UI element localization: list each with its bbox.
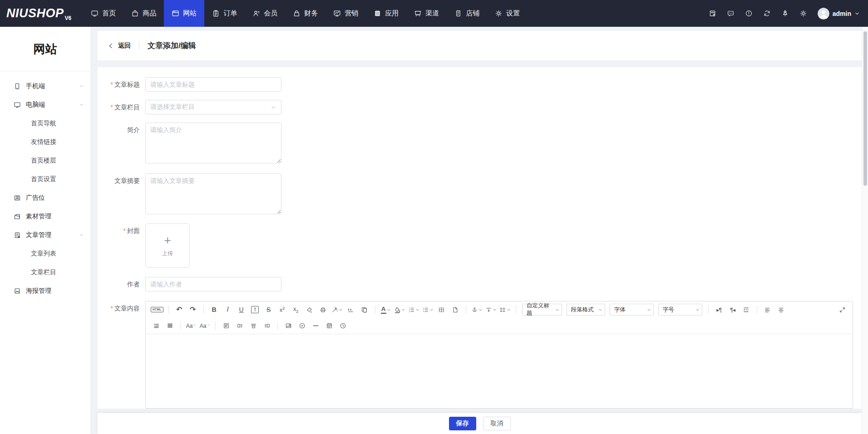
fullscreen-button[interactable] (837, 304, 848, 316)
cancel-button[interactable]: 取消 (483, 417, 511, 430)
horizontal-rule-button[interactable] (310, 320, 321, 332)
logo[interactable]: NIUSHOP V6 (0, 0, 83, 27)
sidebar-item-home-floor[interactable]: 首页楼层 (0, 151, 90, 170)
font-color-button[interactable]: A (380, 304, 391, 316)
scrollbar-thumb[interactable] (863, 31, 867, 186)
summary-textarea[interactable] (145, 173, 281, 214)
insert-video-button[interactable] (296, 320, 307, 332)
nav-item-goods[interactable]: 商品 (123, 0, 164, 27)
clear-format-button[interactable] (304, 304, 315, 316)
sidebar-item-friend-links[interactable]: 友情链接 (0, 133, 90, 151)
paragraph-rtl-button[interactable]: ¶◂ (727, 304, 738, 316)
sync-icon[interactable] (763, 10, 771, 17)
sidebar-item-mobile[interactable]: 手机端 (0, 77, 90, 95)
nav-item-order[interactable]: 订单 (204, 0, 245, 27)
insert-line-above-button[interactable] (471, 304, 483, 316)
font-size-select[interactable]: 字号 (658, 304, 702, 316)
unordered-list-button[interactable] (422, 304, 434, 316)
sidebar-item-ad-position[interactable]: AD广告位 (0, 188, 90, 207)
sidebar-item-article-manage[interactable]: 文章管理 (0, 226, 90, 244)
letter-spacing-decrease-button[interactable]: Aa← (186, 320, 197, 332)
title-label: *文章标题 (98, 80, 140, 89)
new-page-button[interactable] (450, 304, 461, 316)
blockquote-button[interactable] (345, 304, 356, 316)
cover-label: *封面 (98, 223, 140, 235)
font-family-select[interactable]: 字体 (610, 304, 654, 316)
rocket-icon[interactable] (781, 10, 789, 17)
intro-textarea[interactable] (145, 123, 281, 163)
chevron-left-icon (108, 43, 114, 49)
channel-icon (414, 10, 422, 17)
nav-item-channel[interactable]: 渠道 (406, 0, 447, 27)
sidebar-item-poster[interactable]: 海报管理 (0, 281, 90, 300)
sidebar-item-article-list[interactable]: 文章列表 (0, 244, 90, 263)
text-wrap-right-button[interactable] (261, 320, 272, 332)
undo-button[interactable]: ↶ (174, 304, 185, 316)
insert-time-button[interactable] (337, 320, 348, 332)
italic-button[interactable]: I (222, 304, 233, 316)
print-button[interactable] (318, 304, 329, 316)
insert-date-button[interactable] (324, 320, 335, 332)
mobile-icon (14, 83, 21, 90)
sidebar-item-article-category[interactable]: 文章栏目 (0, 263, 90, 281)
format-title-button[interactable]: T (250, 304, 261, 316)
user-menu[interactable]: admin (818, 8, 860, 20)
strikethrough-button[interactable]: S (263, 304, 274, 316)
editor-content-area[interactable] (146, 334, 853, 408)
toolbar-divider (215, 322, 216, 330)
letter-spacing-increase-button[interactable]: Aa→ (199, 320, 210, 332)
author-input[interactable] (145, 277, 281, 291)
align-left-button[interactable] (762, 304, 773, 316)
bold-button[interactable]: B (209, 304, 220, 316)
html-source-button[interactable]: HTML (151, 304, 163, 316)
insert-image-button[interactable] (283, 320, 294, 332)
back-button[interactable]: 返回 (108, 42, 131, 50)
insert-template-button[interactable] (221, 320, 232, 332)
alert-icon[interactable] (745, 10, 753, 17)
category-select[interactable]: 请选择文章栏目 (145, 100, 281, 114)
ordered-list-button[interactable]: 123 (408, 304, 419, 316)
nav-item-settings[interactable]: 设置 (487, 0, 528, 27)
nav-item-website[interactable]: 网站 (164, 0, 204, 27)
store-icon[interactable] (709, 10, 716, 17)
justify-button[interactable] (164, 320, 175, 332)
sidebar-item-label: 文章管理 (26, 231, 79, 239)
redo-button[interactable]: ↷ (187, 304, 198, 316)
save-button[interactable]: 保存 (449, 417, 476, 430)
chevron-down-icon (854, 11, 860, 16)
custom-heading-select[interactable]: 自定义标题 (522, 304, 562, 316)
nav-item-label: 网站 (183, 9, 197, 18)
text-wrap-bottom-button[interactable] (248, 320, 259, 332)
superscript-button[interactable]: x2 (277, 304, 288, 316)
text-wrap-left-button[interactable] (234, 320, 245, 332)
message-icon[interactable] (727, 10, 735, 17)
nav-item-home[interactable]: 首页 (83, 0, 123, 27)
indent-button[interactable] (741, 304, 752, 316)
nav-item-marketing[interactable]: 营销 (326, 0, 366, 27)
cover-upload-button[interactable]: + 上传 (145, 223, 190, 268)
nav-item-finance[interactable]: 财务 (285, 0, 326, 27)
nav-item-shop[interactable]: 店铺 (447, 0, 487, 27)
indent-paragraph-button[interactable] (151, 320, 162, 332)
paragraph-ltr-button[interactable]: ▸¶ (714, 304, 725, 316)
format-brush-button[interactable] (331, 304, 343, 316)
sidebar-item-home-setting[interactable]: 首页设置 (0, 170, 90, 188)
sidebar-item-pc[interactable]: 电脑端 (0, 95, 90, 114)
nav-item-apps[interactable]: 应用 (366, 0, 406, 27)
sidebar-item-material[interactable]: 素材管理 (0, 207, 90, 226)
subscript-button[interactable]: x2 (291, 304, 301, 316)
line-height-button[interactable] (499, 304, 511, 316)
background-color-button[interactable] (394, 304, 405, 316)
sidebar-item-home-nav[interactable]: 首页导航 (0, 114, 90, 133)
paste-button[interactable] (359, 304, 370, 316)
table-button[interactable] (436, 304, 447, 316)
insert-line-below-button[interactable] (485, 304, 497, 316)
align-center-button[interactable] (776, 304, 787, 316)
underline-button[interactable]: U (236, 304, 247, 316)
toolbar-divider (180, 322, 181, 330)
nav-item-member[interactable]: 会员 (245, 0, 285, 27)
paragraph-format-select[interactable]: 段落格式 (567, 304, 605, 316)
gear-icon[interactable] (799, 10, 807, 17)
title-input[interactable] (145, 77, 281, 92)
username: admin (833, 10, 851, 17)
